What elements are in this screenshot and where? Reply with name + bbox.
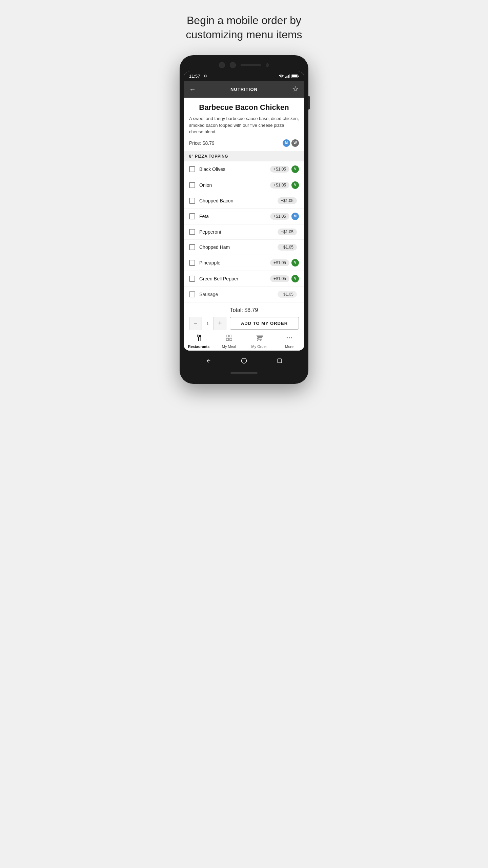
topping-name: Chopped Ham (199, 244, 278, 250)
topping-checkbox[interactable] (189, 276, 195, 282)
svg-point-12 (286, 337, 288, 338)
topping-price: +$1.05 (270, 182, 289, 189)
camera-left (219, 62, 225, 68)
total-label: Total: $8.79 (189, 306, 299, 313)
nav-item-more[interactable]: More (274, 334, 304, 349)
system-recents-button[interactable] (275, 356, 284, 366)
nav-label-my-order: My Order (251, 344, 267, 349)
topping-name: Pepperoni (199, 229, 278, 235)
topping-checkbox[interactable] (189, 244, 195, 250)
nutrition-button[interactable]: NUTRITION (230, 87, 258, 92)
camera-right (230, 62, 236, 68)
app-header: ← NUTRITION ☆ (184, 81, 304, 98)
item-price: Price: $8.79 (189, 140, 215, 146)
topping-price: +$1.05 (278, 197, 297, 204)
topping-badge: M (291, 213, 299, 220)
camera-dot (266, 63, 269, 67)
price-row: Price: $8.79 M W (189, 139, 299, 147)
topping-row[interactable]: Pineapple+$1.05V (184, 255, 304, 271)
svg-point-14 (291, 337, 292, 338)
cart-icon (256, 334, 263, 343)
phone-camera-bar (184, 62, 304, 68)
nav-label-restaurants: Restaurants (188, 344, 210, 349)
status-icons (279, 74, 299, 78)
page-wrapper: Begin a mobile order bycustomizing menu … (159, 14, 329, 384)
wifi-icon (279, 74, 284, 78)
svg-point-15 (241, 358, 246, 363)
restaurants-icon (195, 334, 203, 343)
phone-screen: 11:57 ⚙ (184, 72, 304, 351)
quantity-value: 1 (202, 317, 214, 330)
favorite-button[interactable]: ☆ (292, 85, 299, 94)
svg-rect-16 (278, 359, 282, 363)
page-headline: Begin a mobile order bycustomizing menu … (186, 14, 302, 42)
quantity-control: − 1 + (189, 317, 226, 330)
topping-name: Onion (199, 182, 270, 188)
topping-checkbox[interactable] (189, 213, 195, 219)
topping-price: +$1.05 (270, 275, 289, 282)
topping-name: Black Olives (199, 166, 270, 172)
total-section: Total: $8.79 − 1 + ADD TO MY ORDER (184, 302, 304, 331)
bottom-navigation: RestaurantsMy MealMy OrderMore (184, 331, 304, 351)
nav-item-my-meal[interactable]: My Meal (214, 334, 244, 349)
svg-rect-2 (288, 75, 289, 78)
topping-row[interactable]: Black Olives+$1.05V (184, 161, 304, 177)
topping-row[interactable]: Green Bell Pepper+$1.05V (184, 271, 304, 287)
nav-item-restaurants[interactable]: Restaurants (184, 334, 214, 349)
topping-row[interactable]: Chopped Bacon+$1.05 (184, 193, 304, 209)
more-icon (286, 334, 293, 343)
add-to-order-button[interactable]: ADD TO MY ORDER (230, 317, 299, 330)
order-controls: − 1 + ADD TO MY ORDER (189, 317, 299, 330)
status-time: 11:57 (189, 74, 200, 79)
meal-icon (225, 334, 233, 343)
topping-checkbox[interactable] (189, 182, 195, 188)
back-button[interactable]: ← (189, 85, 196, 93)
bottom-bar-section: Total: $8.79 − 1 + ADD TO MY ORDER (184, 302, 304, 331)
topping-badge: V (291, 181, 299, 189)
increase-button[interactable]: + (214, 317, 226, 330)
badge-w: W (291, 139, 299, 147)
topping-checkbox[interactable] (189, 291, 195, 297)
topping-badge: V (291, 259, 299, 267)
nav-label-my-meal: My Meal (222, 344, 236, 349)
system-back-button[interactable] (204, 356, 213, 366)
topping-name: Sausage (199, 292, 278, 297)
toppings-list: Black Olives+$1.05VOnion+$1.05VChopped B… (184, 161, 304, 302)
svg-rect-9 (226, 338, 228, 340)
topping-name: Green Bell Pepper (199, 276, 270, 281)
item-title: Barbecue Bacon Chicken (189, 103, 299, 112)
nav-label-more: More (285, 344, 293, 349)
topping-price: +$1.05 (278, 229, 297, 235)
svg-rect-7 (226, 335, 228, 337)
svg-rect-3 (289, 74, 290, 78)
battery-icon (291, 74, 299, 78)
topping-checkbox[interactable] (189, 198, 195, 204)
item-header: Barbecue Bacon Chicken A sweet and tangy… (184, 98, 304, 151)
topping-row[interactable]: Feta+$1.05M (184, 209, 304, 224)
topping-row[interactable]: Pepperoni+$1.05 (184, 224, 304, 240)
svg-point-13 (289, 337, 290, 338)
topping-checkbox[interactable] (189, 229, 195, 235)
topping-checkbox[interactable] (189, 260, 195, 266)
badge-group: M W (283, 139, 299, 147)
nav-item-my-order[interactable]: My Order (244, 334, 274, 349)
topping-price: +$1.05 (270, 213, 289, 220)
svg-rect-10 (229, 338, 231, 340)
home-indicator (230, 372, 258, 374)
topping-row[interactable]: Chopped Ham+$1.05 (184, 240, 304, 255)
system-home-button[interactable] (239, 356, 249, 366)
topping-name: Chopped Bacon (199, 198, 278, 203)
svg-rect-8 (229, 335, 231, 337)
topping-row[interactable]: Onion+$1.05V (184, 177, 304, 193)
signal-icon (285, 74, 290, 78)
topping-checkbox[interactable] (189, 166, 195, 172)
topping-price: +$1.05 (278, 291, 297, 298)
svg-rect-0 (285, 77, 286, 78)
topping-name: Pineapple (199, 260, 270, 265)
topping-price: +$1.05 (278, 244, 297, 251)
decrease-button[interactable]: − (189, 317, 202, 330)
section-header: 8" PIZZA TOPPING (184, 151, 304, 161)
topping-badge: V (291, 275, 299, 282)
phone-shell: 11:57 ⚙ (180, 55, 308, 384)
topping-row[interactable]: Sausage+$1.05 (184, 287, 304, 302)
